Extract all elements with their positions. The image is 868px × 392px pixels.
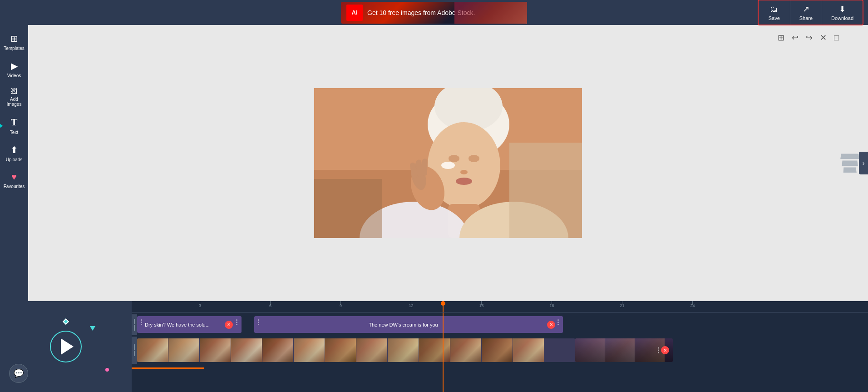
sidebar-item-text[interactable]: T Text [0, 113, 28, 139]
add-images-icon: 🖼 [11, 88, 17, 95]
video-thumbnail-12 [482, 338, 513, 362]
svg-rect-17 [422, 159, 428, 176]
ruler-mark-18: 18 [552, 301, 552, 305]
video-thumbnail-3 [200, 338, 231, 362]
video-thumbnail-4 [231, 338, 262, 362]
adobe-ad-banner[interactable]: Ai Get 10 free images from Adobe Stock. [341, 2, 527, 24]
ruler-mark-12: 12 [411, 301, 411, 305]
svg-point-9 [441, 162, 455, 169]
handle-grip [134, 319, 135, 331]
clip2-drag-left[interactable] [258, 319, 260, 330]
sidebar-item-videos[interactable]: ▶ Videos [0, 57, 28, 82]
progress-bar [132, 366, 868, 369]
video-track: ✕ [132, 337, 868, 364]
ruler-mark-3: 3 [200, 301, 200, 305]
triangle-marker [90, 326, 95, 331]
grid-view-button[interactable]: ⊞ [776, 32, 786, 44]
canvas-video-frame [314, 88, 582, 238]
clip-right-handle[interactable] [236, 319, 238, 330]
svg-point-8 [456, 178, 472, 185]
ruler-mark-15: 15 [481, 301, 482, 305]
video-thumbnail-13 [513, 338, 544, 362]
svg-point-6 [469, 155, 479, 162]
sidebar-item-templates[interactable]: ⊞ Templates [0, 30, 28, 55]
sidebar-item-uploads[interactable]: ⬆ Uploads [0, 141, 28, 166]
video-image [314, 88, 582, 238]
video-thumbnail-11 [450, 338, 481, 362]
share-icon: ↗ [803, 4, 809, 14]
video-thumbnail-9 [388, 338, 419, 362]
bottom-area: 3 6 9 12 15 [0, 301, 868, 392]
ruler-mark-24: 24 [692, 301, 693, 305]
dot-marker [105, 368, 109, 372]
ruler-mark-6: 6 [270, 301, 271, 305]
redo-button[interactable]: ↪ [804, 32, 814, 44]
active-indicator [0, 123, 3, 129]
text-track: Dry skin? We have the solu... ✕ [132, 314, 868, 335]
share-button[interactable]: ↗ Share [790, 0, 822, 25]
sidebar-item-favourites[interactable]: ♥ Favourites [0, 168, 28, 193]
svg-rect-19 [509, 143, 582, 238]
svg-point-7 [460, 170, 468, 174]
undo-button[interactable]: ↩ [790, 32, 800, 44]
top-bar-actions: 🗂 Save ↗ Share ⬇ Download [758, 0, 863, 25]
svg-point-5 [449, 155, 459, 162]
adobe-logo-icon: Ai [346, 5, 363, 21]
canvas-area: ⊞ ↩ ↪ ✕ □ [28, 25, 868, 301]
handle-grip [134, 344, 135, 356]
ruler-mark-9: 9 [340, 301, 341, 305]
clip-2-close-button[interactable]: ✕ [547, 321, 555, 329]
expand-button[interactable]: □ [832, 32, 841, 44]
video-thumbnail-5 [262, 338, 293, 362]
playhead-line [443, 313, 444, 392]
text-clip-1[interactable]: Dry skin? We have the solu... ✕ [137, 316, 242, 333]
video-track-handle[interactable] [132, 337, 137, 364]
timeline: 3 6 9 12 15 [132, 301, 868, 392]
save-icon: 🗂 [770, 5, 778, 14]
canvas-toolbar: ⊞ ↩ ↪ ✕ □ [776, 32, 841, 44]
ruler-mark-21: 21 [622, 301, 622, 305]
video-clip-second[interactable]: ✕ [575, 338, 673, 362]
videos-icon: ▶ [11, 60, 18, 71]
text-icon: T [11, 116, 18, 128]
playhead-handle [441, 301, 445, 306]
playhead-ruler-indicator [443, 301, 444, 312]
video-clip-second-close-button[interactable]: ✕ [661, 346, 669, 354]
video-thumbnail-2 [168, 338, 199, 362]
download-button[interactable]: ⬇ Download [822, 0, 863, 25]
uploads-icon: ⬆ [10, 144, 18, 155]
progress-bar-fill [132, 367, 204, 369]
top-bar: Ai Get 10 free images from Adobe Stock. … [0, 0, 868, 25]
chat-support-button[interactable]: 💬 [9, 364, 28, 383]
video-thumbnail-8 [356, 338, 387, 362]
sidebar-item-add-images[interactable]: 🖼 Add Images [0, 84, 28, 110]
left-sidebar: ⊞ Templates ▶ Videos 🖼 Add Images T Text… [0, 25, 28, 301]
layers-panel-icon [841, 154, 859, 173]
timeline-ruler: 3 6 9 12 15 [132, 301, 868, 313]
video-clip-main[interactable] [137, 338, 575, 362]
main-area: ⊞ Templates ▶ Videos 🖼 Add Images T Text… [0, 25, 868, 301]
clip-drag-handle[interactable] [141, 319, 143, 330]
download-icon: ⬇ [839, 4, 846, 14]
close-button[interactable]: ✕ [818, 32, 829, 44]
svg-rect-18 [314, 179, 382, 238]
ruler-marks: 3 6 9 12 15 [132, 301, 868, 312]
text-clip-2[interactable]: The new DW's cream is for you ✕ [254, 316, 563, 333]
right-panel-toggle-button[interactable]: › [859, 152, 868, 174]
play-button[interactable] [50, 331, 82, 362]
track-handle[interactable] [132, 314, 137, 335]
save-button[interactable]: 🗂 Save [759, 0, 790, 25]
templates-icon: ⊞ [10, 33, 18, 44]
video-clip-drag-handle[interactable] [658, 347, 659, 353]
chat-icon: 💬 [14, 368, 24, 378]
timeline-tracks: Dry skin? We have the solu... ✕ [132, 313, 868, 392]
video-thumbnail-1 [137, 338, 168, 362]
video-thumbnail-10 [419, 338, 450, 362]
adobe-ad-text: Get 10 free images from Adobe Stock. [367, 9, 475, 16]
clip2-drag-right[interactable] [557, 319, 559, 330]
clip-1-close-button[interactable]: ✕ [225, 321, 233, 329]
video-thumbnail-6 [294, 338, 325, 362]
clip-2-text: The new DW's cream is for you [262, 322, 545, 327]
play-icon [61, 338, 74, 355]
diamond-marker [63, 318, 69, 325]
